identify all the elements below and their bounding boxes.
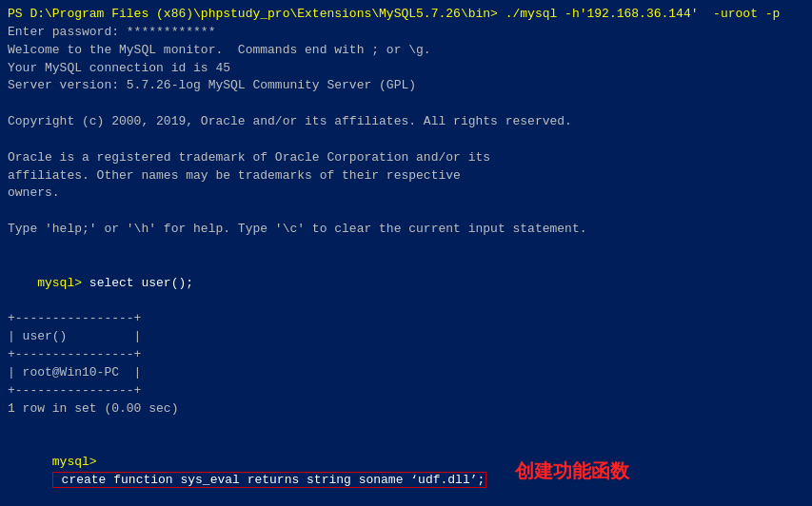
oracle-line-1: Oracle is a registered trademark of Orac…	[8, 149, 804, 167]
annotation-create: 创建功能函数	[515, 457, 629, 485]
blank-5	[8, 418, 804, 436]
table-header-1: | user() |	[8, 328, 804, 346]
blank-1	[8, 95, 804, 113]
table-top-1: +----------------+	[8, 310, 804, 328]
oracle-line-2: affiliates. Other names may be trademark…	[8, 167, 804, 185]
oracle-line-3: owners.	[8, 185, 804, 203]
select-user-cmd: select user();	[82, 276, 193, 290]
welcome-line-3: Server version: 5.7.26-log MySQL Communi…	[8, 77, 804, 95]
table-bot-1: +----------------+	[8, 382, 804, 400]
blank-2	[8, 131, 804, 149]
select-user-line: mysql> select user();	[8, 257, 804, 311]
table-sep-1: +----------------+	[8, 346, 804, 364]
welcome-line-1: Welcome to the MySQL monitor. Commands e…	[8, 42, 804, 60]
welcome-line-2: Your MySQL connection id is 45	[8, 60, 804, 78]
copyright-line: Copyright (c) 2000, 2019, Oracle and/or …	[8, 113, 804, 131]
table-val-1: | root@Win10-PC |	[8, 364, 804, 382]
prompt-1: mysql>	[37, 276, 82, 290]
create-func-content: mysql> create function sys_eval returns …	[8, 436, 486, 506]
create-func-line: mysql> create function sys_eval returns …	[8, 436, 804, 506]
type-help-line: Type 'help;' or '\h' for help. Type '\c'…	[8, 221, 804, 239]
password-line: Enter password: ************	[8, 24, 804, 42]
blank-4	[8, 239, 804, 257]
create-func-cmd: create function sys_eval returns string …	[52, 472, 486, 488]
prompt-2: mysql>	[52, 455, 97, 469]
blank-3	[8, 203, 804, 221]
row-count-1: 1 row in set (0.00 sec)	[8, 400, 804, 418]
terminal-window: PS D:\Program Files (x86)\phpstudy_pro\E…	[0, 0, 812, 506]
ps-line: PS D:\Program Files (x86)\phpstudy_pro\E…	[8, 6, 804, 24]
